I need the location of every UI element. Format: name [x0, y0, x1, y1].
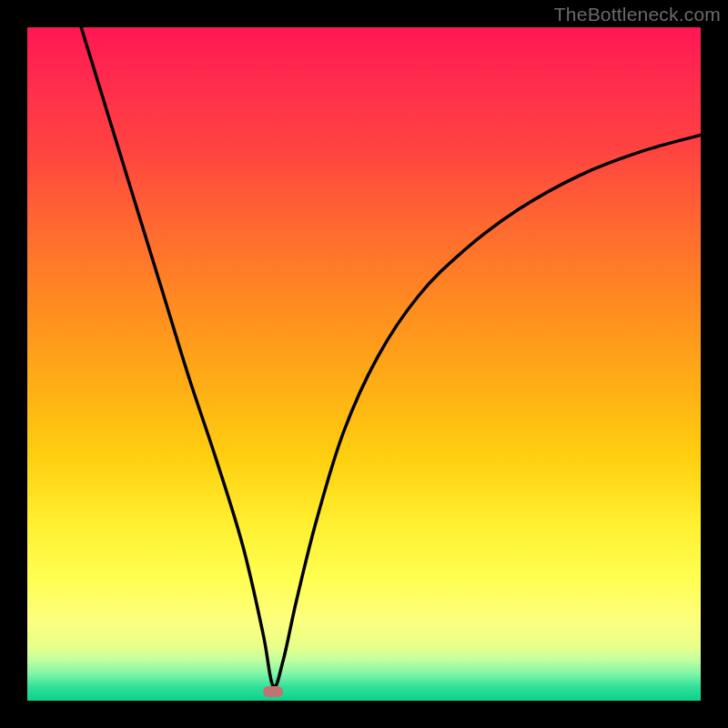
watermark-text: TheBottleneck.com [554, 4, 721, 25]
bottleneck-curve [27, 27, 701, 701]
minimum-marker [263, 686, 283, 697]
chart-plot-area [27, 27, 701, 701]
